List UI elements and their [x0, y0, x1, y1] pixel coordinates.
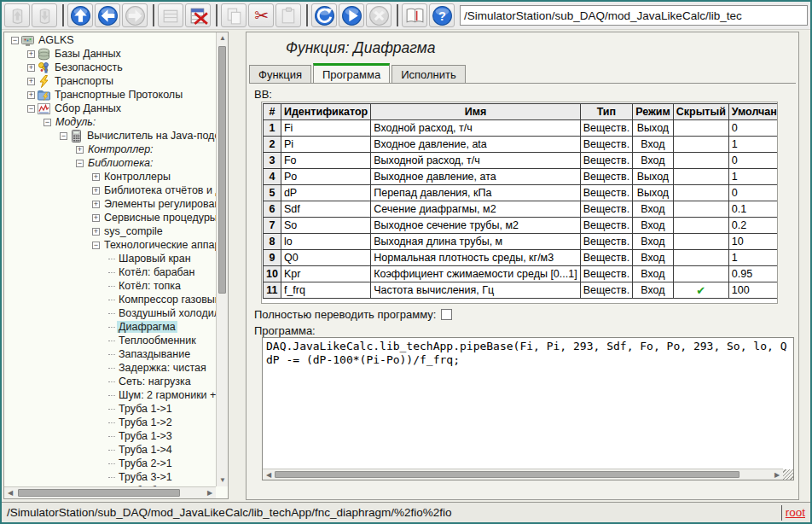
- io-table-cell[interactable]: f_frq: [281, 282, 370, 299]
- collapse-icon[interactable]: −: [11, 37, 19, 44]
- tree-item-label[interactable]: Воздушный холодильник: [117, 307, 216, 319]
- io-table-cell[interactable]: Сечение диафрагмы, м2: [371, 201, 580, 218]
- io-table-cell[interactable]: Pi: [281, 137, 370, 153]
- io-table-cell[interactable]: Выходное давление, ата: [371, 169, 580, 185]
- io-table-cell[interactable]: Выходное сечение трубы, м2: [371, 218, 580, 234]
- resize-grip[interactable]: [783, 469, 793, 480]
- tree-item-label[interactable]: Диафрагма: [117, 321, 177, 333]
- tree-item-label[interactable]: Труба 3->1: [117, 471, 174, 483]
- manual-button[interactable]: [402, 3, 427, 27]
- tree-item-label[interactable]: Шаровый кран: [117, 253, 193, 265]
- tree-item-label[interactable]: Сбор Данных: [53, 102, 123, 114]
- io-table-cell[interactable]: 0: [728, 120, 778, 137]
- expand-icon[interactable]: +: [27, 91, 35, 99]
- io-table-cell[interactable]: [673, 250, 728, 266]
- io-table-cell[interactable]: 0: [728, 153, 778, 169]
- scroll-down-icon[interactable]: ▼: [217, 475, 229, 486]
- expand-icon[interactable]: +: [27, 78, 35, 85]
- io-table-cell[interactable]: [673, 169, 728, 185]
- io-table-cell[interactable]: Вход: [633, 137, 674, 153]
- start-button[interactable]: [339, 3, 364, 27]
- expand-icon[interactable]: +: [92, 201, 100, 208]
- expand-icon[interactable]: +: [76, 146, 84, 154]
- tree-item-label[interactable]: Технологические аппараты: [102, 239, 216, 251]
- current-user-link[interactable]: root: [786, 506, 810, 519]
- io-table-cell[interactable]: 0.2: [728, 218, 778, 234]
- io-table-cell[interactable]: Веществ.: [580, 266, 632, 282]
- io-table-cell[interactable]: Выходная длина трубы, м: [371, 234, 580, 250]
- io-table-cell[interactable]: [673, 185, 728, 201]
- tree-item-label[interactable]: Безопасность: [53, 61, 125, 73]
- io-table-cell[interactable]: Веществ.: [580, 120, 632, 137]
- io-table-cell[interactable]: [673, 137, 728, 153]
- io-table-cell[interactable]: Входной расход, т/ч: [371, 120, 580, 137]
- tree-item-label[interactable]: Транспортные Протоколы: [53, 89, 184, 101]
- io-table-cell[interactable]: Веществ.: [580, 282, 632, 299]
- io-table-cell[interactable]: Fo: [281, 153, 370, 169]
- about-button[interactable]: ?: [429, 3, 455, 27]
- expand-icon[interactable]: +: [27, 64, 35, 72]
- tree-item-label[interactable]: Котёл: топка: [117, 280, 183, 292]
- tab-function[interactable]: Функция: [249, 65, 311, 83]
- io-table-cell[interactable]: Выход: [633, 169, 674, 185]
- scroll-thumb[interactable]: [275, 471, 740, 478]
- program-text[interactable]: DAQ.JavaLikeCalc.lib_techApp.pipeBase(Fi…: [263, 338, 793, 469]
- tree-item-label[interactable]: Труба 1->1: [117, 403, 174, 415]
- tree-item-label[interactable]: Теплообменник: [117, 335, 198, 346]
- io-table-cell[interactable]: lo: [281, 234, 370, 250]
- tree-item-label[interactable]: Элементы регулирования: [102, 198, 216, 210]
- io-table-cell[interactable]: dP: [281, 185, 370, 201]
- scroll-up-icon[interactable]: ▲: [217, 32, 229, 44]
- scroll-right-icon[interactable]: ▶: [771, 469, 783, 481]
- io-table-cell[interactable]: 0.1: [728, 201, 778, 218]
- scroll-thumb[interactable]: [18, 489, 180, 497]
- expand-icon[interactable]: +: [92, 228, 100, 236]
- expand-icon[interactable]: +: [92, 187, 100, 195]
- io-table-cell[interactable]: 100: [728, 282, 778, 299]
- io-table-cell[interactable]: Вход: [633, 282, 674, 299]
- up-button[interactable]: [67, 3, 93, 27]
- io-table-cell[interactable]: Вход: [633, 153, 674, 169]
- collapse-icon[interactable]: −: [92, 242, 100, 249]
- tree-item-label[interactable]: sys_compile: [102, 225, 165, 237]
- tree-item-label[interactable]: Вычислитель на Java-подобном: [85, 130, 216, 142]
- io-table-cell[interactable]: Веществ.: [580, 218, 632, 234]
- io-table-cell[interactable]: Вход: [633, 201, 674, 218]
- tree-vertical-scrollbar[interactable]: ▲ ▼: [216, 32, 228, 486]
- tree-item-label[interactable]: Шум: 2 гармоники + случа: [117, 389, 216, 401]
- io-table-cell[interactable]: Fi: [281, 120, 370, 137]
- io-table-cell[interactable]: Веществ.: [580, 169, 632, 185]
- tree-item-label[interactable]: Транспорты: [53, 75, 115, 87]
- tree-item-label[interactable]: Труба 1->4: [117, 444, 174, 456]
- address-combobox[interactable]: /SimulatorStation/sub_DAQ/mod_JavaLikeCa…: [460, 5, 808, 26]
- scroll-thumb[interactable]: [218, 46, 226, 294]
- io-table-cell[interactable]: Веществ.: [580, 234, 632, 250]
- tree-item-label[interactable]: Труба 2->1: [117, 457, 174, 469]
- io-table-cell[interactable]: 1: [728, 250, 778, 266]
- io-table-cell[interactable]: Веществ.: [580, 185, 632, 201]
- collapse-icon[interactable]: −: [27, 105, 35, 113]
- io-table-cell[interactable]: Входное давление, ata: [371, 137, 580, 153]
- collapse-icon[interactable]: −: [60, 132, 67, 140]
- tree-item-label[interactable]: Запаздывание: [117, 348, 192, 360]
- io-table-cell[interactable]: ✔: [673, 282, 728, 299]
- io-table-cell[interactable]: Веществ.: [580, 250, 632, 266]
- expand-icon[interactable]: +: [92, 214, 100, 222]
- tree-item-label[interactable]: Библиотека отчётов и докум: [102, 184, 216, 196]
- tree-item-label[interactable]: Труба 1->3: [117, 430, 174, 442]
- io-table-cell[interactable]: 0: [728, 185, 778, 201]
- tree-item-label[interactable]: Сервисные процедуры: [102, 212, 216, 224]
- io-table-cell[interactable]: Kpr: [281, 266, 370, 282]
- tree-item-label[interactable]: Сеть: нагрузка: [117, 376, 193, 387]
- io-table-cell[interactable]: [673, 120, 728, 137]
- io-table-cell[interactable]: Вход: [633, 218, 674, 234]
- tree-item-label[interactable]: Задержка: чистая: [117, 362, 208, 374]
- io-table-cell[interactable]: Q0: [281, 250, 370, 266]
- io-table-cell[interactable]: Нормальная плотность среды, кг/м3: [371, 250, 580, 266]
- scroll-left-icon[interactable]: ◀: [4, 487, 16, 499]
- delete-item-button[interactable]: [185, 3, 211, 27]
- io-table-cell[interactable]: [673, 218, 728, 234]
- io-table-cell[interactable]: 10: [728, 234, 778, 250]
- expand-icon[interactable]: +: [92, 173, 100, 181]
- io-table-cell[interactable]: 1: [728, 137, 778, 153]
